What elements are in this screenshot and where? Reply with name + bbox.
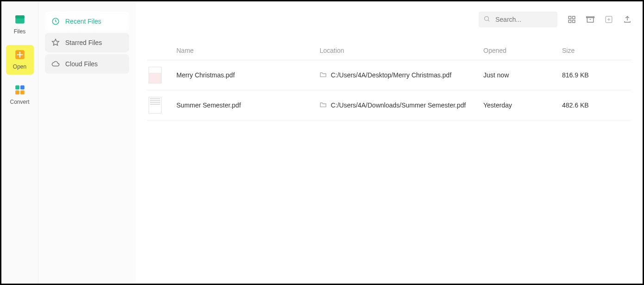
svg-rect-10 (573, 16, 575, 19)
table-header: Name Location Opened Size (147, 41, 631, 60)
sidebar-item-starred[interactable]: Starred Files (45, 33, 129, 52)
open-icon (14, 49, 26, 61)
file-row[interactable]: Summer Semester.pdf C:/Users/4A/Download… (147, 90, 631, 120)
topbar (147, 12, 631, 27)
upload-icon[interactable] (623, 15, 631, 24)
svg-rect-5 (15, 90, 19, 95)
col-size: Size (562, 47, 631, 54)
file-thumbnail-icon (149, 97, 162, 114)
folder-icon (319, 101, 327, 110)
svg-rect-6 (20, 90, 25, 95)
toolbar-files[interactable]: Files (6, 10, 34, 39)
file-name: Merry Christmas.pdf (175, 71, 319, 79)
svg-rect-4 (20, 85, 25, 89)
toolbar-files-label: Files (14, 28, 25, 35)
files-icon (14, 13, 26, 25)
file-location: C:/Users/4A/Desktop/Merry Christmas.pdf (319, 71, 483, 80)
svg-rect-1 (15, 15, 25, 19)
file-row[interactable]: Merry Christmas.pdf C:/Users/4A/Desktop/… (147, 60, 631, 90)
search-icon (483, 15, 490, 24)
sidebar-item-cloud[interactable]: Cloud Files (45, 54, 129, 74)
clock-icon (51, 17, 60, 25)
col-location: Location (319, 47, 483, 54)
svg-rect-12 (573, 20, 575, 23)
sidebar-item-label: Starred Files (65, 39, 102, 46)
sidebar: Recent Files Starred Files Cloud Files (38, 1, 136, 284)
toolbar-convert-label: Convert (10, 99, 29, 105)
convert-icon (14, 84, 26, 96)
toolbar-open-label: Open (13, 63, 26, 70)
toolbar-convert[interactable]: Convert (6, 80, 34, 110)
add-icon[interactable] (605, 15, 613, 24)
file-size: 482.6 KB (562, 101, 631, 109)
toolbar-open[interactable]: Open (6, 45, 34, 75)
folder-icon (319, 71, 327, 80)
search-box (479, 12, 557, 27)
svg-rect-3 (15, 85, 19, 89)
star-icon (51, 38, 60, 47)
svg-point-8 (485, 17, 489, 21)
sidebar-item-label: Recent Files (65, 18, 101, 25)
svg-rect-11 (569, 20, 571, 23)
grid-view-icon[interactable] (568, 15, 576, 24)
file-opened: Just now (483, 71, 562, 79)
file-size: 816.9 KB (562, 71, 631, 79)
main-area: Name Location Opened Size Merry Christma… (136, 1, 643, 284)
file-location: C:/Users/4A/Downloads/Summer Semester.pd… (319, 101, 483, 110)
left-toolbar: Files Open Convert (1, 1, 38, 284)
sidebar-item-recent[interactable]: Recent Files (45, 12, 129, 31)
col-name: Name (175, 47, 319, 54)
file-name: Summer Semester.pdf (175, 101, 319, 109)
file-opened: Yesterday (483, 101, 562, 109)
archive-icon[interactable] (586, 15, 594, 24)
search-input[interactable] (479, 12, 557, 27)
svg-rect-9 (569, 16, 571, 19)
file-thumbnail-icon (149, 67, 162, 83)
sidebar-item-label: Cloud Files (65, 60, 98, 68)
cloud-icon (51, 60, 60, 68)
col-opened: Opened (483, 47, 562, 54)
